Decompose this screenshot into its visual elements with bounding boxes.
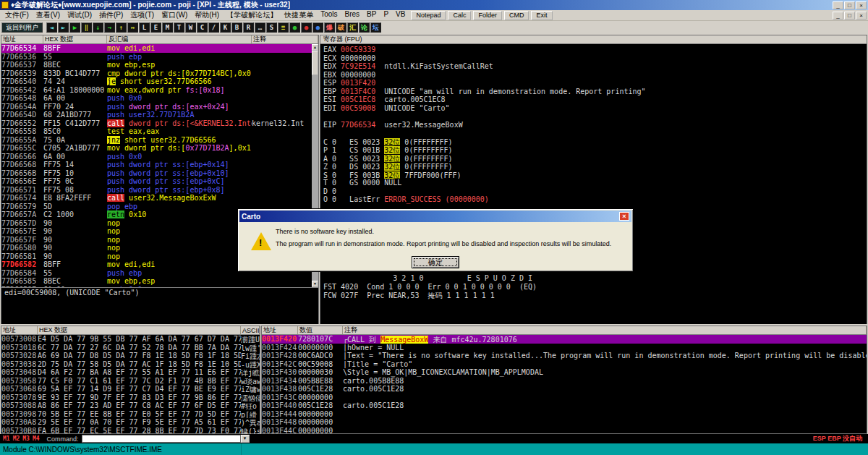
disasm-row[interactable]: 77D665858BECmov ebp,esp xyxy=(1,277,312,286)
dump-row[interactable]: 00573008E4 D5 DA 77 9B 55 DB 77 AF 6A DA… xyxy=(1,335,260,344)
menu-item[interactable]: 帮助(H) xyxy=(191,10,223,20)
register-line[interactable]: S 0 FS 003B 32位 7FFDF000(FFF) xyxy=(320,171,867,179)
menu-item[interactable]: Bres xyxy=(341,10,364,20)
toolbar-button[interactable]: C xyxy=(197,22,208,33)
stack-row[interactable]: 0013F44400000000 xyxy=(262,410,867,419)
register-line[interactable]: ESI 005C1EC8 carto.005C1EC8 xyxy=(320,95,867,104)
scrollbar-thumb[interactable] xyxy=(312,51,318,75)
mdi-maximize-button[interactable]: □ xyxy=(844,12,855,20)
close-button[interactable]: × xyxy=(856,1,867,9)
register-line[interactable] xyxy=(320,129,867,137)
column-header[interactable]: 地址 xyxy=(262,326,298,334)
column-header[interactable]: 反汇编 xyxy=(107,35,252,43)
dump-row[interactable]: 00573048D4 6A F2 77 BA A8 EF 77 55 A1 EF… xyxy=(1,368,260,377)
minimize-button[interactable]: _ xyxy=(833,1,843,9)
toolbar-button[interactable]: S xyxy=(266,22,277,33)
memory-tab[interactable]: M2 xyxy=(13,435,20,442)
disasm-row[interactable]: 77D66552FF15 C412D777call dword ptr ds:[… xyxy=(1,119,312,128)
disasm-row[interactable]: 77D6656BFF75 10push dword ptr ss:[ebp+0x… xyxy=(1,169,312,178)
quick-button-calc[interactable]: Calc xyxy=(448,11,471,20)
toolbar-button[interactable]: ↔ xyxy=(127,22,138,33)
stack-row[interactable]: 0013F438005C1E28carto.005C1E28 xyxy=(262,385,867,394)
menu-item[interactable]: Tools xyxy=(317,10,341,20)
disasm-row[interactable]: 77D6654264:A1 18000000mov eax,dword ptr … xyxy=(1,86,312,95)
stack-row[interactable]: 0013F4207280107C┌CALL 到 MessageBoxW 来自 m… xyxy=(262,335,867,344)
toolbar-button[interactable]: 破 xyxy=(336,22,346,33)
menu-item[interactable]: 查看(V) xyxy=(33,10,64,20)
command-dropdown-icon[interactable]: ▼ xyxy=(241,435,250,443)
register-line[interactable]: EDX 7C92E514 ntdll.KiFastSystemCallRet xyxy=(320,62,867,71)
stack-row[interactable]: 0013F42800C6ADC0|Text = "There is no sof… xyxy=(262,352,867,360)
column-header[interactable]: 注释 xyxy=(252,35,318,43)
dump-row[interactable]: 005730A829 5E EF 77 0A 70 EF 77 F9 5E EF… xyxy=(1,418,260,427)
stack-row[interactable]: 0013F42C00C59008|Title = "Carto" xyxy=(262,360,867,369)
toolbar-button[interactable]: ▶ xyxy=(69,22,80,33)
register-line[interactable]: Z 0 DS 0023 32位 0(FFFFFFFF) xyxy=(320,162,867,171)
register-line[interactable]: T 0 GS 0000 NULL xyxy=(320,179,867,187)
toolbar-button[interactable]: E xyxy=(150,22,161,33)
toolbar-button[interactable]: K xyxy=(220,22,231,33)
toolbar-button[interactable]: ↓ xyxy=(93,22,103,33)
toolbar-button[interactable]: 汇 xyxy=(347,22,358,33)
disasm-row[interactable]: 77D6655885C0test eax,eax xyxy=(1,127,312,136)
toolbar-button[interactable]: M xyxy=(162,22,173,33)
column-header[interactable]: 地址 xyxy=(1,326,38,334)
register-line[interactable]: O 0 LastErr ERROR_SUCCESS (00000000) xyxy=(320,195,867,204)
toolbar-button[interactable]: 坛 xyxy=(370,22,381,33)
toolbar-button[interactable]: 论 xyxy=(359,22,370,33)
toolbar-button[interactable]: … xyxy=(255,22,265,33)
column-header[interactable]: 地址 xyxy=(1,35,43,43)
toolbar-button[interactable]: ● xyxy=(289,22,300,33)
column-header[interactable]: HEX 数据 xyxy=(43,35,107,43)
register-line[interactable] xyxy=(320,112,867,121)
disasm-row[interactable]: 77D6654AFF70 24push dword ptr ds:[eax+0x… xyxy=(1,103,312,111)
register-line[interactable]: EBP 0013F4C0 UNICODE "am will run in dem… xyxy=(320,88,867,96)
column-header[interactable]: ASCII xyxy=(241,326,260,334)
disasm-row[interactable]: 77D66571FF75 08push dword ptr ss:[ebp+0x… xyxy=(1,186,312,195)
menu-item[interactable]: 文件(F) xyxy=(1,10,33,20)
toolbar-button[interactable]: ● xyxy=(301,22,312,33)
dump-row[interactable]: 00573028A6 69 DA 77 D8 D5 DA 77 F8 1E 18… xyxy=(1,352,260,360)
dump-row[interactable]: 0057305877 C5 F0 77 C1 61 EF 77 7C D2 F1… xyxy=(1,377,260,386)
menu-item[interactable]: 插件(P) xyxy=(95,10,127,20)
disasm-row[interactable]: 77D6654074 24je short user32.77D66566 xyxy=(1,77,312,86)
disasm-row[interactable]: 77D66539833D BC14D777cmp dword ptr ds:[0… xyxy=(1,69,312,78)
register-line[interactable]: ESP 0013F420 xyxy=(320,79,867,88)
menu-item[interactable]: 调试(D) xyxy=(64,10,95,20)
register-line[interactable]: EIP 77D66534 user32.MessageBoxW xyxy=(320,121,867,129)
menu-item[interactable]: P xyxy=(380,10,392,20)
disasm-row[interactable]: 77D6654D68 2A1BD777push user32.77D71B2A xyxy=(1,111,312,119)
stack-row[interactable]: 0013F44800000000 xyxy=(262,418,867,427)
dump-row[interactable]: 0057309870 5B EF 77 EE 8B EF 77 E0 5F EF… xyxy=(1,410,260,419)
toolbar-button[interactable]: B xyxy=(231,22,242,33)
register-line[interactable]: EAX 00C59339 xyxy=(320,46,867,54)
stack-row[interactable]: 0013F440005C1E28carto.005C1E28 xyxy=(262,401,867,410)
dump-row[interactable]: 005730382D 75 DA 77 58 D5 DA 77 AC 1F 18… xyxy=(1,360,260,369)
dump-row[interactable]: 00573088A8 86 EF 77 23 AD EF 77 C8 AC EF… xyxy=(1,401,260,410)
memory-tab[interactable]: M4 xyxy=(33,435,40,442)
disasm-row[interactable]: 77D665348BFFmov edi,edi xyxy=(1,44,312,53)
quick-button-exit[interactable]: Exit xyxy=(531,11,552,20)
toolbar-button[interactable]: L xyxy=(139,22,150,33)
toolbar-button[interactable]: ◄ xyxy=(46,22,57,33)
register-line[interactable]: D 0 xyxy=(320,187,867,196)
dump-row[interactable]: 005730789E 93 EF 77 9D 7F EF 77 83 D3 EF… xyxy=(1,394,260,402)
memory-tab[interactable]: M1 xyxy=(3,435,10,442)
toolbar-button[interactable]: ► xyxy=(58,22,69,33)
register-line[interactable]: EDI 00C59008 UNICODE "Carto" xyxy=(320,104,867,113)
menu-item[interactable]: 选项(T) xyxy=(127,10,158,20)
toolbar-button[interactable]: ↑ xyxy=(116,22,127,33)
scroll-up-icon[interactable]: ▲ xyxy=(312,44,318,51)
disasm-row[interactable]: 77D665378BECmov ebp,esp xyxy=(1,61,312,69)
disasm-row[interactable]: 77D665666A 00push 0x0 xyxy=(1,153,312,161)
register-line[interactable]: P 1 CS 001B 32位 0(FFFFFFFF) xyxy=(320,145,867,154)
toolbar-button[interactable]: ≡ xyxy=(278,22,289,33)
dialog-close-icon[interactable]: × xyxy=(619,212,629,221)
scroll-down-icon[interactable]: ▼ xyxy=(312,281,318,287)
mdi-close-button[interactable]: × xyxy=(856,12,867,20)
register-line[interactable]: C 0 ES 0023 32位 0(FFFFFFFF) xyxy=(320,137,867,146)
toolbar-button[interactable]: T xyxy=(174,22,184,33)
disasm-row[interactable]: 77D6653655push ebp xyxy=(1,53,312,61)
toolbar-button[interactable]: → xyxy=(104,22,115,33)
disasm-row[interactable]: 77D6656EFF75 0Cpush dword ptr ss:[ebp+0x… xyxy=(1,177,312,186)
